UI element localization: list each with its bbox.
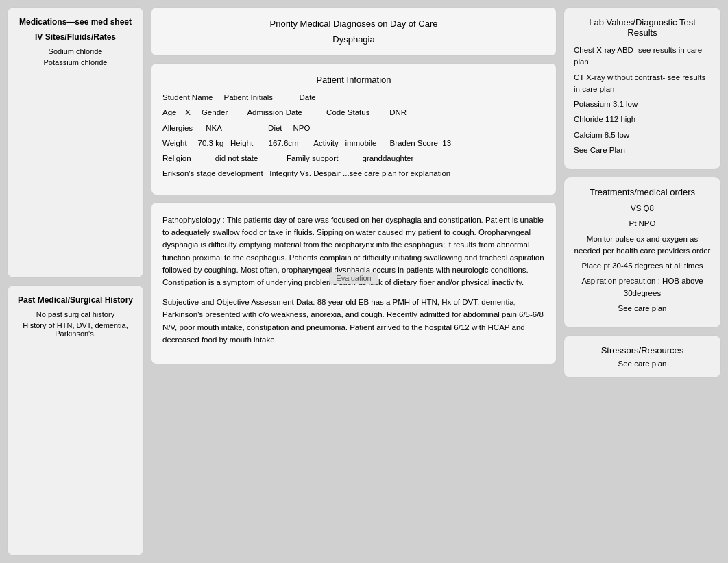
patient-info-card: Patient Information Student Name__ Patie…	[151, 63, 557, 195]
patient-info-row1: Student Name__ Patient Initials _____ Da…	[162, 92, 545, 103]
lab-item-6: See Care Plan	[574, 145, 711, 156]
medications-title: Medications—see med sheet	[17, 17, 134, 27]
right-column: Lab Values/Diagnostic Test Results Chest…	[563, 7, 721, 556]
lab-item-2: CT X-ray without contrast- see results i…	[574, 72, 711, 96]
assessment-text: Subjective and Objective Assessment Data…	[162, 296, 545, 347]
patient-info-title: Patient Information	[162, 75, 545, 85]
priority-card: Priority Medical Diagnoses on Day of Car…	[151, 7, 557, 56]
patient-info-row3: Allergies___NKA__________ Diet __NPO____…	[162, 123, 545, 134]
treatment-item-3: Monitor pulse ox and oxygen as needed pe…	[574, 234, 711, 258]
evaluation-badge: Evaluation	[329, 272, 378, 284]
medical-history: History of HTN, DVT, dementia, Parkinson…	[17, 321, 134, 338]
left-column: Medications—see med sheet IV Sites/Fluid…	[7, 7, 144, 556]
medication-item-2: Potassium chloride	[17, 58, 134, 66]
treatments-title: Treatments/medical orders	[574, 187, 711, 197]
lab-item-3: Potassium 3.1 low	[574, 99, 711, 110]
lab-values-card: Lab Values/Diagnostic Test Results Chest…	[563, 7, 721, 170]
treatment-item-2: Pt NPO	[574, 218, 711, 229]
treatments-card: Treatments/medical orders VS Q8 Pt NPO M…	[563, 177, 721, 328]
treatment-item-4: Place pt 30-45 degrees at all times	[574, 260, 711, 272]
lab-item-4: Chloride 112 high	[574, 114, 711, 125]
patient-info-row2: Age__X__ Gender____ Admission Date_____ …	[162, 107, 545, 118]
stressors-title: Stressors/Resources	[574, 345, 711, 355]
medications-card: Medications—see med sheet IV Sites/Fluid…	[7, 7, 144, 278]
stressors-item: See care plan	[574, 360, 711, 368]
past-medical-title: Past Medical/Surgical History	[17, 295, 134, 305]
patient-info-row6: Erikson's stage development _Integrity V…	[162, 168, 545, 179]
treatment-item-6: See care plan	[574, 303, 711, 314]
patient-info-row4: Weight __70.3 kg_ Height ___167.6cm___ A…	[162, 138, 545, 149]
medication-item-1: Sodium chloride	[17, 47, 134, 55]
priority-section-title: Priority Medical Diagnoses on Day of Car…	[162, 18, 545, 29]
treatment-item-1: VS Q8	[574, 203, 711, 214]
past-medical-card: Past Medical/Surgical History No past su…	[7, 285, 144, 556]
iv-title: IV Sites/Fluids/Rates	[17, 32, 134, 42]
lab-item-5: Calcium 8.5 low	[574, 129, 711, 141]
lab-values-title: Lab Values/Diagnostic Test Results	[574, 17, 711, 38]
pathophysiology-card: Pathophysiology : This patients day of c…	[151, 202, 557, 365]
stressors-card: Stressors/Resources See care plan	[563, 335, 721, 378]
surgical-history: No past surgical history	[17, 310, 134, 318]
treatment-item-5: Aspiration precaution : HOB above 30degr…	[574, 275, 711, 299]
center-column: Priority Medical Diagnoses on Day of Car…	[151, 7, 557, 556]
lab-item-1: Chest X-ray ABD- see results in care pla…	[574, 45, 711, 68]
priority-diagnosis: Dysphagia	[162, 34, 545, 45]
patient-info-row5: Religion _____did not state______ Family…	[162, 153, 545, 164]
